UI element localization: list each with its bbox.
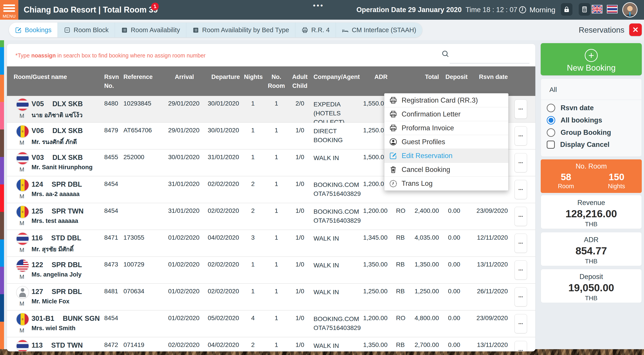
tab-bookings[interactable]: Bookings <box>9 22 58 37</box>
row-actions-button[interactable] <box>514 100 527 119</box>
guest-m-label: M <box>20 300 24 307</box>
thai-flag-icon <box>607 5 617 13</box>
filter-title: All <box>541 79 642 94</box>
radio-icon[interactable] <box>547 104 555 112</box>
filter-option-group-booking[interactable]: Group Booking <box>541 128 642 137</box>
arrival-date: 29/01/2020 <box>168 100 200 107</box>
adr: 1,200.00 <box>356 207 388 214</box>
table-row[interactable]: M 127SPR DBL Mr. Micle Fox 8481 070634 0… <box>7 284 536 310</box>
nights: 1 <box>244 127 262 134</box>
reference: 070634 <box>124 288 144 295</box>
rate-code: RB <box>396 261 410 268</box>
nights: 2 <box>244 341 262 348</box>
calculator-icon <box>581 6 588 13</box>
guest-name: Mr. รนงศักดิ์ ภักดี <box>32 137 77 147</box>
adr: 1,500.00 <box>356 154 388 161</box>
uk-flag-icon <box>592 5 602 13</box>
search-input[interactable] <box>450 53 530 64</box>
table-row[interactable]: M 113STD TWN Mr. Wissanu Sangthong 8472 … <box>7 337 536 352</box>
rate-code: RB <box>396 234 410 241</box>
rsvn-date: 23/09/2020 <box>474 314 508 322</box>
row-actions-button[interactable] <box>514 314 527 333</box>
table-row[interactable]: M 301-B1BUNK SGN Mrs. wiel Smith 8454 01… <box>7 310 536 337</box>
menu-item-confirmation-letter[interactable]: Confirmation Letter <box>384 107 508 121</box>
search-hint: *Type noassign in search box to find boo… <box>16 52 206 59</box>
adr: 1,350.00 <box>356 261 388 268</box>
printer-icon <box>389 96 397 104</box>
row-actions-button[interactable] <box>514 287 527 306</box>
tab-room-block[interactable]: Room Block <box>58 22 114 37</box>
menu-item-guest-profiles[interactable]: Guest Profiles <box>384 135 508 149</box>
adult-child: 1/0 <box>291 261 309 268</box>
table-row[interactable]: M 122SPR DBL Ms. angelina Joly 8473 1007… <box>7 257 536 284</box>
departure-date: 04/02/2020 <box>208 341 239 348</box>
deposit-card: Deposit 19,050.00 THB <box>541 269 642 303</box>
filter-option-rsvn-date[interactable]: Rsvn date <box>541 104 642 112</box>
rsvn-date: 13/11/2020 <box>474 261 508 268</box>
user-avatar[interactable] <box>622 2 638 18</box>
filter-option-display-cancel[interactable]: Display Cancel <box>541 140 642 149</box>
checkbox-icon[interactable] <box>547 140 555 149</box>
adr: 1,550.00 <box>356 100 388 107</box>
menu-item-edit-reservation[interactable]: Edit Reservation <box>384 149 508 163</box>
adult-child: 2/0 <box>291 100 309 107</box>
option-label: Display Cancel <box>560 140 610 149</box>
thai-language-flag[interactable] <box>607 5 618 14</box>
revenue-card: Revenue 128,216.00 THB <box>541 195 642 229</box>
departure-date: 02/02/2020 <box>208 288 239 295</box>
room-cell: V05DLX SKB <box>32 100 83 108</box>
tab-room-availability[interactable]: Room Availability <box>115 22 186 37</box>
row-actions-button[interactable] <box>514 260 527 280</box>
menu-item-cancel-booking[interactable]: Cancel Booking <box>384 163 508 176</box>
guest-m-label: M <box>20 139 24 146</box>
total: 1,250.00 <box>410 288 439 295</box>
tab-bar: Bookings Room Block Room Availability Ro… <box>0 20 644 40</box>
rsvn-no: 8454 <box>104 314 118 322</box>
header-total: Total <box>410 74 439 80</box>
row-actions-button[interactable] <box>514 207 527 226</box>
edit-icon <box>389 152 397 160</box>
tab-rr4[interactable]: R.R. 4 <box>295 22 336 37</box>
lock-button[interactable] <box>561 3 572 16</box>
row-actions-button[interactable] <box>514 180 527 199</box>
guest-name: Mr. Sanit Hirunphong <box>32 164 92 171</box>
rsvn-date: 23/09/2020 <box>474 207 508 214</box>
nights: 1 <box>244 288 262 295</box>
filter-option-all-bookings[interactable]: All bookings <box>541 116 642 124</box>
adult-child: 1/0 <box>291 127 309 134</box>
english-language-flag[interactable] <box>592 5 602 14</box>
menu-item-registration-card[interactable]: Registration Card (RR.3) <box>384 94 508 107</box>
radio-icon[interactable] <box>547 128 555 137</box>
row-actions-button[interactable] <box>514 341 527 352</box>
tab-cm-interface[interactable]: CM Interface (STAAH) <box>336 22 422 37</box>
no-room: 1 <box>268 341 285 348</box>
reference: 100729 <box>124 261 144 268</box>
calculator-button[interactable] <box>579 3 590 16</box>
room-cell: V06DLX SKB <box>32 127 83 135</box>
deposit: 0.00 <box>440 288 460 295</box>
guest-m-label: M <box>20 246 24 254</box>
table-row[interactable]: M 125SPR TWN Mrs. test aaaaaa 8454 31/01… <box>7 203 536 230</box>
menu-item-label: Edit Reservation <box>402 152 452 160</box>
menu-item-label: Confirmation Letter <box>402 110 461 118</box>
more-options-dots-icon[interactable]: ••• <box>313 2 324 10</box>
tab-room-availability-bed-type[interactable]: Room Availability by Bed Type <box>186 22 295 37</box>
rsvn-date: 13/11/2020 <box>474 341 508 348</box>
rail-stripe <box>0 240 4 267</box>
row-actions-button[interactable] <box>514 234 527 253</box>
table-row[interactable]: M 116STD DBL Mr. สุรชัย มีศักดิ์ 8471 17… <box>7 230 536 257</box>
radio-checked-icon[interactable] <box>547 116 555 124</box>
row-actions-button[interactable] <box>514 126 527 146</box>
arrival-date: 02/02/2020 <box>168 341 200 348</box>
row-actions-button[interactable] <box>514 153 527 172</box>
menu-button[interactable]: MENU <box>0 0 18 20</box>
new-booking-button[interactable]: + New Booking <box>541 43 642 75</box>
guest-name: Mrs. test aaaaaa <box>32 218 78 224</box>
menu-item-proforma-invoice[interactable]: Proforma Invoice <box>384 121 508 135</box>
rsvn-no: 8481 <box>104 288 118 295</box>
header-reference: Reference <box>124 74 153 80</box>
guest-name: Mr. สุรชัย มีศักดิ์ <box>32 244 74 254</box>
close-button[interactable]: ✕ <box>629 24 642 36</box>
printer-icon <box>302 26 308 34</box>
menu-item-trans-log[interactable]: Trans Log <box>384 176 508 190</box>
